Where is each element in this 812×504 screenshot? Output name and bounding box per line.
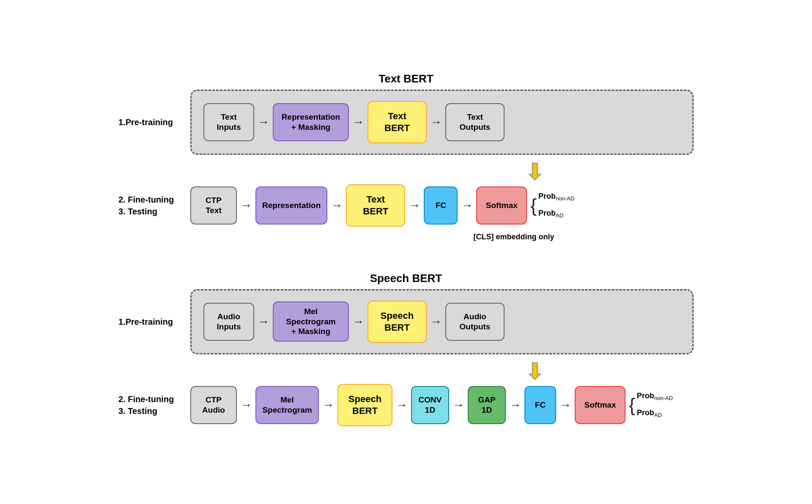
conv1d-node: CONV1D	[411, 386, 449, 424]
speech-prob-labels: {	[629, 396, 635, 414]
rep-masking-node: Representation+ Masking	[273, 103, 349, 141]
text-prob-values: Probnon-AD ProbAD	[538, 192, 574, 218]
arrow-10: →	[427, 315, 445, 329]
speech-finetuning-row: 2. Fine-tuning 3. Testing CTPAudio → Mel…	[118, 384, 694, 426]
softmax-1-node: Softmax	[476, 186, 527, 225]
arrow-16: →	[556, 398, 575, 412]
speech-down-arrow-wrapper: ⬇	[190, 360, 694, 382]
text-pretraining-row: 1.Pre-training TextInputs → Representati…	[118, 90, 694, 155]
text-pretraining-label: 1.Pre-training	[118, 117, 190, 128]
text-down-arrow: ⬇	[376, 161, 694, 183]
arrow-14: →	[449, 398, 468, 412]
speech-finetuning-label: 2. Fine-tuning 3. Testing	[118, 393, 190, 417]
text-prob-labels: {	[530, 196, 537, 215]
speech-prob-non-ad: Probnon-AD	[637, 392, 673, 401]
text-down-arrow-wrapper: ⬇	[190, 161, 694, 183]
representation-node: Representation	[255, 186, 327, 225]
speech-bert-1-node: SpeechBERT	[368, 301, 427, 343]
audio-outputs-node: AudioOutputs	[445, 303, 505, 341]
text-prob-non-ad: Probnon-AD	[538, 192, 574, 202]
text-finetuning-row: 2. Fine-tuning 3. Testing CTPText → Repr…	[118, 184, 694, 227]
arrow-12: →	[319, 398, 337, 412]
arrow-9: →	[349, 315, 368, 329]
arrow-8: →	[254, 315, 273, 329]
speech-prob-ad: ProbAD	[637, 408, 673, 418]
section-separator	[118, 249, 694, 262]
speech-down-arrow: ⬇	[376, 360, 694, 382]
speech-bert-2-node: SpeechBERT	[337, 384, 392, 426]
speech-pretraining-dashed-box: AudioInputs → MelSpectrogram+ Masking → …	[190, 289, 694, 354]
speech-prob-values: Probnon-AD ProbAD	[637, 392, 673, 418]
mel-spectrogram-node: MelSpectrogram	[255, 386, 319, 424]
speech-bert-title: Speech BERT	[118, 272, 694, 285]
text-bert-section: Text BERT 1.Pre-training TextInputs → Re…	[118, 72, 694, 241]
arrow-2: →	[349, 115, 368, 129]
arrow-7: →	[458, 199, 476, 212]
text-inputs-node: TextInputs	[203, 103, 254, 141]
arrow-15: →	[506, 398, 524, 412]
text-prob-ad: ProbAD	[538, 209, 574, 219]
mel-masking-node: MelSpectrogram+ Masking	[273, 301, 349, 342]
softmax-2-node: Softmax	[575, 386, 625, 424]
arrow-1: →	[254, 115, 273, 129]
speech-bert-section: Speech BERT 1.Pre-training AudioInputs →…	[118, 272, 694, 426]
fc-2-node: FC	[524, 386, 556, 424]
cls-label: [CLS] embedding only	[334, 233, 694, 241]
arrow-3: →	[427, 115, 445, 129]
arrow-13: →	[392, 398, 411, 412]
text-bert-title: Text BERT	[118, 72, 694, 85]
cls-label-wrapper: [CLS] embedding only	[190, 233, 694, 241]
speech-pretraining-label: 1.Pre-training	[118, 316, 190, 327]
arrow-11: →	[237, 398, 255, 412]
speech-pretraining-row: 1.Pre-training AudioInputs → MelSpectrog…	[118, 289, 694, 354]
diagram-container: Text BERT 1.Pre-training TextInputs → Re…	[110, 60, 702, 445]
arrow-6: →	[405, 199, 424, 212]
text-finetuning-label: 2. Fine-tuning 3. Testing	[118, 194, 190, 217]
arrow-5: →	[327, 199, 346, 212]
arrow-4: →	[237, 199, 255, 212]
text-outputs-node: TextOutputs	[445, 103, 505, 141]
fc-1-node: FC	[424, 186, 458, 225]
ctp-audio-node: CTPAudio	[190, 386, 237, 424]
gap1d-node: GAP1D	[468, 386, 506, 424]
speech-finetuning-content: CTPAudio → MelSpectrogram → SpeechBERT →…	[190, 384, 694, 426]
text-bert-1-node: TextBERT	[368, 101, 427, 143]
audio-inputs-node: AudioInputs	[203, 303, 254, 341]
text-pretraining-dashed-box: TextInputs → Representation+ Masking → T…	[190, 90, 694, 155]
text-bert-2-node: TextBERT	[346, 184, 405, 227]
ctp-text-node: CTPText	[190, 186, 237, 225]
text-finetuning-content: CTPText → Representation → TextBERT → FC…	[190, 184, 694, 227]
